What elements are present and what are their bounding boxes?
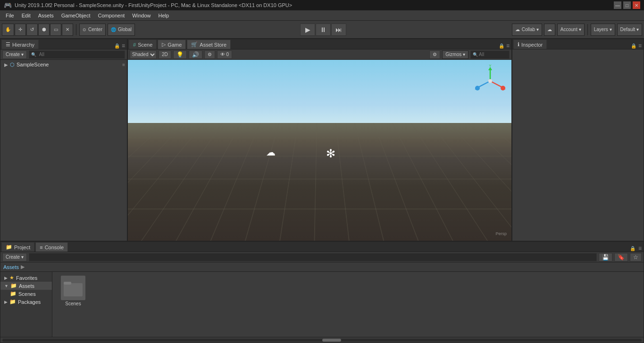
assets-sidebar-item[interactable]: ▼ 📁 Assets: [0, 282, 52, 290]
hierarchy-header-right: 🔒 ≡: [114, 42, 126, 49]
menu-window[interactable]: Window: [128, 12, 154, 19]
lighting-button[interactable]: 💡: [173, 50, 187, 59]
project-scroll-bar: [0, 337, 644, 343]
menu-help[interactable]: Help: [154, 12, 173, 19]
project-menu-icon[interactable]: ≡: [638, 245, 642, 252]
project-search-input[interactable]: [29, 253, 597, 261]
console-icon: ≡: [40, 245, 42, 250]
scene-tab-label: Scene: [138, 42, 152, 48]
project-create-button[interactable]: Create ▾: [2, 253, 27, 261]
project-toolbar: Create ▾ 💾 🔖 ☆: [0, 252, 644, 262]
global-dropdown[interactable]: 🌐 Global: [108, 24, 135, 36]
hierarchy-tab[interactable]: ☰ Hierarchy: [1, 40, 39, 49]
hierarchy-create-button[interactable]: Create ▾: [2, 50, 27, 59]
menu-assets[interactable]: Assets: [34, 12, 58, 19]
game-tab[interactable]: ▷ Game: [158, 40, 186, 49]
assets-breadcrumb[interactable]: Assets: [3, 264, 19, 270]
folder-svg: [64, 279, 83, 296]
packages-label: Packages: [18, 299, 41, 305]
scene-tab[interactable]: # Scene: [129, 40, 157, 49]
scenes-sidebar-item[interactable]: 📁 Scenes: [0, 290, 52, 298]
item-menu-icon: ≡: [122, 62, 125, 67]
account-dropdown[interactable]: Account ▾: [557, 24, 585, 36]
2d-button[interactable]: 2D: [159, 50, 171, 59]
hierarchy-search[interactable]: [37, 50, 123, 59]
asset-store-tab[interactable]: 🛒 Asset Store: [187, 40, 231, 49]
scene-lock-icon[interactable]: 🔒: [499, 43, 504, 49]
scroll-thumb[interactable]: [322, 339, 341, 342]
gizmos-dropdown[interactable]: Gizmos ▾: [442, 50, 468, 59]
project-favorite-button[interactable]: 🔖: [614, 253, 628, 261]
inspector-tab[interactable]: ℹ Inspector: [513, 40, 547, 49]
scene-header-right: 🔒 ≡: [499, 42, 510, 49]
shading-mode-select[interactable]: Shaded: [130, 50, 157, 59]
scene-menu-icon[interactable]: ≡: [506, 42, 510, 49]
scale-tool[interactable]: ⬢: [38, 24, 50, 36]
project-settings-button[interactable]: ☆: [630, 253, 642, 261]
svg-text:Y: Y: [489, 65, 492, 68]
project-tab-bar: 📁 Project ≡ Console 🔒 ≡: [0, 242, 644, 252]
minimize-button[interactable]: —: [614, 1, 621, 9]
menu-file[interactable]: File: [2, 12, 18, 19]
menu-icon[interactable]: ≡: [122, 42, 125, 49]
menu-edit[interactable]: Edit: [18, 12, 34, 19]
default-dropdown[interactable]: Default ▾: [617, 24, 642, 36]
packages-sidebar-item[interactable]: ▶ 📁 Packages: [0, 298, 52, 306]
svg-rect-10: [64, 283, 83, 296]
svg-point-6: [488, 79, 492, 83]
center-dropdown[interactable]: ⊙ Center: [79, 24, 106, 36]
global-icon: 🌐: [111, 27, 116, 32]
console-label: Console: [45, 245, 64, 250]
sample-scene-item[interactable]: ▶ ⬡ SampleScene ≡: [0, 60, 127, 69]
effects-button[interactable]: ⚙: [204, 50, 215, 59]
hand-tool[interactable]: ✋: [2, 24, 14, 36]
lock-icon[interactable]: 🔒: [114, 43, 120, 49]
layers-dropdown[interactable]: Layers ▾: [591, 24, 615, 36]
inspector-lock-icon[interactable]: 🔒: [631, 43, 636, 49]
scenes-asset-item[interactable]: Scenes: [54, 274, 92, 308]
cloud-button[interactable]: ☁: [544, 24, 555, 36]
collab-icon: ☁: [515, 27, 520, 32]
menu-gameobject[interactable]: GameObject: [58, 12, 94, 19]
scene-tab-icon: #: [133, 42, 136, 48]
settings-button[interactable]: ⚙: [429, 50, 440, 59]
close-button[interactable]: ✕: [633, 1, 640, 9]
step-button[interactable]: ⏭: [331, 24, 346, 36]
play-button[interactable]: ▶: [300, 24, 315, 36]
collab-button[interactable]: ☁ Collab ▾: [512, 24, 542, 36]
packages-folder-icon: 📁: [9, 299, 16, 305]
unity-icon: 🎮: [4, 1, 12, 9]
scene-gizmo: Y X Z: [474, 65, 507, 98]
maximize-button[interactable]: □: [623, 1, 631, 9]
global-label: Global: [118, 27, 132, 32]
rotate-tool[interactable]: ↺: [26, 24, 38, 36]
hide-button[interactable]: 👁 0: [217, 50, 232, 59]
rect-tool[interactable]: ▭: [50, 24, 61, 36]
pause-button[interactable]: ⏸: [316, 24, 331, 36]
inspector-panel: ℹ Inspector 🔒 ≡: [512, 39, 644, 241]
console-tab[interactable]: ≡ Console: [35, 242, 68, 252]
menu-component[interactable]: Component: [94, 12, 128, 19]
project-lock-icon[interactable]: 🔒: [630, 246, 636, 251]
scenes-folder-icon: 📁: [10, 291, 17, 297]
favorites-expand-icon: ▶: [4, 276, 8, 280]
scene-search-input[interactable]: [479, 52, 507, 57]
scene-search-icon: 🔍: [473, 52, 478, 57]
svg-rect-11: [64, 282, 71, 285]
audio-button[interactable]: 🔊: [189, 50, 202, 59]
project-save-button[interactable]: 💾: [599, 253, 612, 261]
inspector-menu-icon[interactable]: ≡: [638, 42, 642, 49]
favorites-item[interactable]: ▶ ★ Favorites: [0, 274, 52, 282]
star-icon: ★: [9, 275, 14, 281]
transform-tool[interactable]: ✕: [62, 24, 73, 36]
project-icon: 📁: [6, 244, 12, 250]
inspector-header-right: 🔒 ≡: [631, 42, 643, 49]
scene-name: SampleScene: [17, 62, 49, 67]
hierarchy-label: Hierarchy: [12, 42, 34, 48]
game-tab-icon: ▷: [162, 41, 166, 48]
toolbar: ✋ ✛ ↺ ⬢ ▭ ✕ ⊙ Center 🌐 Global ▶ ⏸ ⏭ ☁ Co…: [0, 21, 644, 39]
project-tab[interactable]: 📁 Project: [1, 242, 34, 252]
assets-expand-icon: ▼: [4, 284, 8, 288]
move-tool[interactable]: ✛: [15, 24, 26, 36]
collab-label: Collab ▾: [522, 27, 539, 32]
